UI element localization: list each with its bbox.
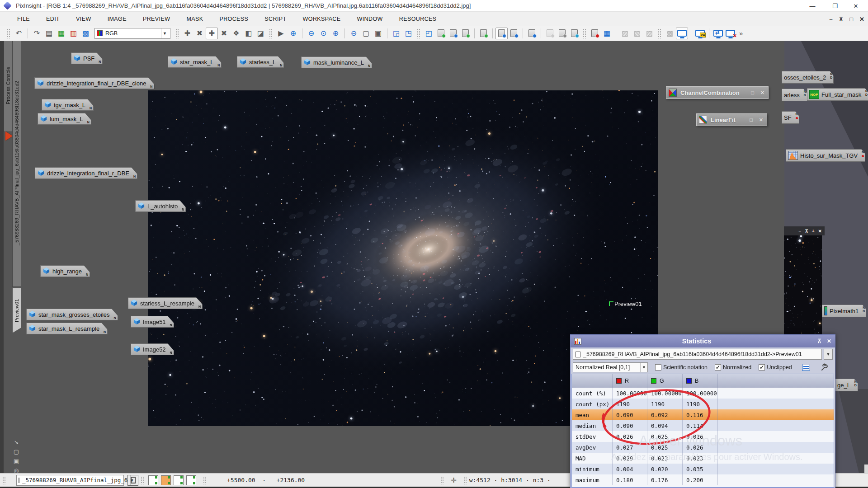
process-restore-button[interactable]: □ [750, 117, 753, 122]
menu-process[interactable]: PROCESS [212, 14, 255, 24]
mdi-restore-button[interactable]: □ [849, 16, 853, 23]
close-button[interactable]: ✕ [845, 0, 866, 12]
menu-image[interactable]: IMAGE [100, 14, 134, 24]
preview-mode-icon[interactable]: ◪ [255, 28, 267, 39]
stats-row-stddev[interactable]: stdDev0.0260.0250.026 [572, 431, 834, 442]
preview-region-marker[interactable]: Preview01 [609, 300, 643, 307]
menu-resources[interactable]: RESOURCES [392, 14, 444, 24]
view-tab-osses_etoiles_2[interactable]: osses_etoiles_2ND [782, 71, 834, 84]
side-minimize-button[interactable]: − [799, 229, 802, 234]
unclipped-checkbox[interactable]: ✓Unclipped [759, 364, 792, 371]
duplicate-preview-icon[interactable]: ▣ [372, 28, 384, 39]
menu-edit[interactable]: EDIT [39, 14, 67, 24]
view-tab-pixelmath1[interactable]: Pixelmath1ND [822, 305, 866, 317]
view-tab-histo_sur_mask_tgv[interactable]: Histo_sur_Mask_TGVN [786, 149, 865, 162]
new-image-icon[interactable]: ▤ [43, 28, 55, 39]
process-star-icon[interactable] [556, 28, 568, 39]
display-indicator-4[interactable] [186, 475, 196, 485]
process-edit-icon[interactable] [447, 28, 459, 39]
display-indicator-1[interactable] [148, 475, 158, 485]
stats-row-avgdev[interactable]: avgDev0.0270.0250.026 [572, 442, 834, 453]
track-view-icon[interactable]: ✚ [181, 28, 193, 39]
statistics-view-selector[interactable]: _576988269_RHAVB_AIPfinal_jpg_6ab116fa03… [573, 349, 822, 360]
text-view-icon[interactable] [801, 363, 811, 372]
send-to-back-icon[interactable]: ↘ [12, 439, 21, 448]
view-tab-drizzle_integration_final_r_dbe[interactable]: drizzle_integration_final_r_DBEN [35, 167, 137, 179]
menu-window[interactable]: WINDOW [350, 14, 390, 24]
image-window-vertical-tab[interactable]: _576988269_RHAVB_AIPfinal_jpg_6ab116fa03… [12, 41, 21, 287]
select-preview-icon[interactable]: ▢ [360, 28, 372, 39]
menu-view[interactable]: VIEW [69, 14, 99, 24]
preferences-wrench-icon[interactable] [820, 363, 830, 372]
stats-row-count-px-[interactable]: count (px)119011901190 [572, 399, 834, 409]
current-view-frame-icon[interactable] [127, 475, 138, 486]
redo-icon[interactable]: ↷ [31, 28, 43, 39]
process-load-icon[interactable] [508, 28, 520, 39]
preview01-vertical-tab[interactable]: Preview01 [12, 288, 21, 333]
view-tab-l_autohisto[interactable]: L_autohistoN [135, 200, 186, 212]
stats-row-minimum[interactable]: minimum0.0040.0200.035 [572, 464, 834, 474]
mdi-close-button[interactable]: ✕ [859, 16, 864, 23]
statusbar-drag-handle[interactable] [463, 476, 467, 484]
zoom-window-icon[interactable]: ⊖ [348, 28, 360, 39]
view-tab-tgv_mask_l[interactable]: tgv_mask_LN [42, 99, 94, 111]
process-delete-icon[interactable] [589, 28, 601, 39]
process-new-icon[interactable] [435, 28, 447, 39]
menu-mask[interactable]: MASK [179, 14, 210, 24]
process-browser-icon[interactable] [495, 28, 508, 39]
display-indicator-3[interactable] [174, 475, 184, 485]
zoom-out-icon[interactable]: ⊖ [305, 28, 317, 39]
menu-preview[interactable]: PREVIEW [136, 14, 177, 24]
process-bar-linearfit[interactable]: LinearFit□✕ [696, 113, 767, 126]
menu-file[interactable]: FILE [10, 14, 37, 24]
restore-button[interactable]: ❐ [825, 0, 845, 12]
fit-window-icon[interactable]: ◰ [423, 28, 435, 39]
statistics-close-button[interactable]: ✕ [827, 338, 831, 344]
toolbar-overflow-chevron[interactable]: » [739, 29, 743, 37]
view-selector-dropdown-arrow[interactable]: ▼ [824, 349, 833, 360]
scrollbar-fragment[interactable] [864, 465, 868, 474]
mask-invert-icon[interactable]: ▧ [631, 28, 643, 39]
screen-transfer-icon[interactable]: ▦ [55, 28, 67, 39]
stats-row-median[interactable]: median0.0900.0940.114 [572, 420, 834, 431]
maximize-window-icon[interactable]: ◳ [402, 28, 415, 39]
view-tab-mask_luminance_l[interactable]: mask_luminance_LN [301, 56, 372, 68]
view-tab-image52[interactable]: Image52N [131, 343, 174, 355]
screen-stf-icon[interactable] [676, 28, 688, 39]
view-tab-star_mask_grosses_etoiles[interactable]: star_mask_grosses_etoilesN [26, 309, 118, 320]
zoom-in-icon[interactable]: ⊕ [287, 28, 299, 39]
process-disabled-icon[interactable] [544, 28, 556, 39]
zoom-to-fit-icon[interactable]: ⊕ [330, 28, 342, 39]
channel-rgb-icon[interactable]: ▩ [80, 28, 92, 39]
new-preview-icon[interactable]: ◲ [390, 28, 402, 39]
view-tab-drizzle_integration_final_r_dbe_clone[interactable]: drizzle_integration_final_r_DBE_cloneN [34, 77, 154, 89]
stats-row-mad[interactable]: MAD0.0290.0230.023 [572, 453, 834, 464]
process-close-button[interactable]: ✕ [759, 117, 763, 123]
statusbar-drag-handle[interactable] [203, 476, 207, 484]
view-tab-sf[interactable]: SFN [782, 111, 799, 124]
pointer-mode-icon[interactable]: ▶ [275, 28, 287, 39]
process-console-tab[interactable]: Process Console [4, 41, 12, 132]
channel-red-icon[interactable]: ▥ [67, 28, 80, 39]
mdi-minimize-button[interactable]: − [829, 16, 833, 23]
process-add-icon[interactable] [477, 28, 490, 39]
pan-mode-icon[interactable]: ✖ [218, 28, 230, 39]
default-mode-icon[interactable]: ✚ [206, 28, 218, 39]
process-bar-channelcombination[interactable]: ChannelCombination□✕ [666, 86, 769, 99]
fit-views-icon[interactable]: ▢ [12, 448, 21, 457]
statistics-format-selector[interactable]: Normalized Real [0,1] ▼ [573, 362, 648, 372]
statistics-titlebar[interactable]: Statistics ⊼ ✕ [571, 335, 835, 347]
process-reload-icon[interactable] [568, 28, 580, 39]
statistics-shade-button[interactable]: ⊼ [817, 338, 821, 344]
view-tab-lum_mask_l[interactable]: lum_mask_LN [38, 113, 91, 125]
view-tab-image51[interactable]: Image51N [131, 316, 174, 328]
screen-swap-icon[interactable]: ⇄ [712, 28, 724, 39]
mask-show-icon[interactable]: ▦ [601, 28, 613, 39]
statusbar-drag-handle[interactable] [440, 476, 444, 484]
zoom-1-1-icon[interactable]: ⊙ [317, 28, 330, 39]
view-tab-arless[interactable]: arlessND [782, 89, 807, 101]
statusbar-drag-handle[interactable] [2, 476, 6, 484]
center-icon[interactable]: ◎ [12, 467, 21, 473]
view-tab-star_mask_l[interactable]: star_mask_LN [168, 56, 222, 68]
normalized-checkbox[interactable]: ✓Normalized [715, 364, 751, 371]
